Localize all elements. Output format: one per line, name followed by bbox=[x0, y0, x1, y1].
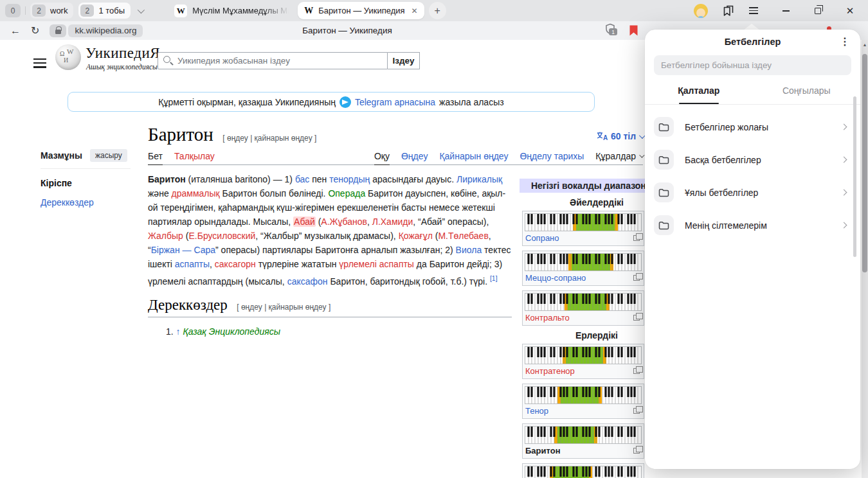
enlarge-icon[interactable] bbox=[633, 275, 640, 281]
wiki-redlink[interactable]: М.Төлебаев bbox=[438, 231, 488, 241]
bookmark-folder-row[interactable]: Менің сілтемелерім bbox=[645, 209, 860, 242]
profile-avatar[interactable] bbox=[694, 4, 708, 18]
enlarge-icon[interactable] bbox=[633, 448, 640, 454]
telegram-link[interactable]: Telegram арнасына bbox=[355, 97, 435, 107]
wiki-redlink[interactable]: Е.Брусиловский bbox=[188, 231, 255, 241]
reference-source-link[interactable]: Қазақ Энциклопедиясы bbox=[183, 326, 280, 337]
piano-range-image[interactable] bbox=[525, 426, 642, 444]
shield-badge: 1 bbox=[609, 28, 617, 35]
piano-range-image[interactable] bbox=[525, 466, 642, 478]
wiki-link[interactable]: аспапты bbox=[175, 259, 210, 269]
piano-range-image[interactable] bbox=[525, 253, 642, 271]
wiki-redlink[interactable]: саксагорн bbox=[215, 259, 256, 269]
vocal-range-thumbnail: Контратенор bbox=[522, 344, 644, 379]
new-tab-button[interactable]: + bbox=[429, 2, 446, 19]
wiki-search-button[interactable]: Іздеу bbox=[388, 52, 420, 69]
wiki-link[interactable]: Лирикалық bbox=[457, 174, 502, 184]
tab-group-chevron-button[interactable] bbox=[132, 3, 149, 19]
enlarge-icon[interactable] bbox=[633, 235, 640, 241]
tab-recent[interactable]: Соңғылары bbox=[753, 77, 861, 104]
wiki-redlink[interactable]: Қожағұл bbox=[399, 231, 433, 241]
language-switcher-button[interactable]: A 60 тіл bbox=[597, 131, 644, 141]
piano-range-image[interactable] bbox=[525, 346, 642, 364]
toc-hide-button[interactable]: жасыру bbox=[90, 149, 127, 162]
bookmark-folder-row[interactable]: Ұялы бетбелгілер bbox=[645, 176, 860, 209]
wiki-redlink[interactable]: үрлемелі аспапты bbox=[339, 259, 414, 269]
vocal-range-label[interactable]: Сопрано bbox=[525, 233, 559, 243]
restore-icon bbox=[815, 8, 821, 14]
article-tab[interactable]: Құралдар bbox=[595, 151, 643, 164]
main-menu-button[interactable] bbox=[33, 56, 46, 71]
enlarge-icon[interactable] bbox=[633, 408, 640, 414]
toc-item-intro[interactable]: Кіріспе bbox=[41, 178, 131, 188]
tab-group-current[interactable]: 2 1 тобы bbox=[78, 3, 131, 19]
tab-folders[interactable]: Қалталар bbox=[645, 77, 753, 104]
tab-active[interactable]: W Баритон — Уикипедия ✕ bbox=[298, 2, 424, 19]
scrollbar-thumb[interactable] bbox=[862, 54, 867, 272]
close-window-button[interactable]: ✕ bbox=[841, 2, 859, 20]
minimize-button[interactable] bbox=[777, 2, 795, 20]
scroll-up-arrow[interactable]: ▲ bbox=[862, 42, 868, 47]
chevron-right-icon bbox=[841, 157, 847, 163]
wiki-redlink[interactable]: Жалбыр bbox=[148, 231, 183, 241]
tab-group-zero[interactable]: 0 bbox=[5, 4, 21, 17]
article-tab[interactable]: Өңдеу bbox=[401, 151, 428, 164]
browser-menu-button[interactable] bbox=[745, 2, 763, 20]
references-edit-links[interactable]: [ өңдеу | қайнарын өңдеу ] bbox=[237, 303, 330, 312]
protect-shield-button[interactable]: 1 bbox=[605, 23, 615, 37]
wiki-link[interactable]: Біржан — Сара bbox=[151, 245, 215, 255]
vocal-range-label[interactable]: Контратенор bbox=[525, 366, 575, 376]
article-tab[interactable]: Талқылау bbox=[174, 151, 215, 164]
reference-link[interactable]: [1] bbox=[490, 274, 498, 282]
vocal-range-label[interactable]: Тенор bbox=[525, 406, 548, 416]
wiki-redlink[interactable]: драммалық bbox=[172, 188, 220, 199]
back-button[interactable]: ← bbox=[10, 25, 21, 37]
vocal-range-label[interactable]: Меццо-сопрано bbox=[525, 273, 586, 283]
enlarge-icon[interactable] bbox=[633, 315, 640, 321]
panel-scrollbar-thumb[interactable] bbox=[853, 96, 856, 257]
wikipedia-globe-logo[interactable]: Ω W И bbox=[55, 44, 81, 70]
restore-button[interactable] bbox=[809, 2, 827, 20]
tab-inactive[interactable]: W Мүслім Мұхаммедұлы Ма bbox=[168, 2, 295, 19]
vocal-range-label[interactable]: Контральто bbox=[525, 313, 570, 323]
bookmark-folder-row[interactable]: Басқа бетбелгілер bbox=[645, 143, 860, 176]
wiki-link[interactable]: бас bbox=[295, 174, 309, 184]
bookmarks-search-input[interactable] bbox=[654, 55, 851, 75]
bookmark-page-button[interactable] bbox=[629, 25, 638, 39]
kebab-menu-icon[interactable]: ⋮ bbox=[840, 35, 850, 48]
tab-group-work[interactable]: 2 work bbox=[30, 3, 73, 19]
piano-range-image[interactable] bbox=[525, 293, 642, 311]
bookmark-folder-row[interactable]: Бетбелгілер жолағы bbox=[645, 111, 860, 143]
article-tab[interactable]: Қайнарын өңдеу bbox=[439, 151, 508, 164]
title-edit-links[interactable]: [ өңдеу | қайнарын өңдеу ] bbox=[222, 134, 316, 143]
panel-tabs: Қалталар Соңғылары bbox=[645, 77, 860, 105]
highlighted-link[interactable]: Абай bbox=[293, 217, 316, 227]
vocal-range-label: Баритон bbox=[525, 446, 561, 456]
page-scrollbar[interactable]: ▲ bbox=[862, 40, 868, 478]
enlarge-icon[interactable] bbox=[633, 368, 640, 374]
toc-item-references[interactable]: Дереккөздер bbox=[41, 197, 131, 208]
wiki-link[interactable]: саксафон bbox=[287, 276, 328, 287]
sitenotice-banner: Құрметті оқырман, қазақша Уикипедияның T… bbox=[68, 92, 595, 112]
folder-icon bbox=[654, 117, 674, 137]
wiki-redlink[interactable]: А.Жұбанов bbox=[321, 217, 367, 227]
wiki-link[interactable]: Виола bbox=[456, 245, 482, 255]
piano-range-image[interactable] bbox=[525, 213, 642, 231]
bookmarks-panel-button[interactable] bbox=[719, 2, 737, 20]
wiki-interwiki-link[interactable]: Операда bbox=[328, 188, 365, 199]
wikipedia-wordmark[interactable]: УикипедиЯ bbox=[86, 45, 160, 62]
wiki-search-input[interactable] bbox=[158, 52, 388, 69]
address-domain[interactable]: kk.wikipedia.org bbox=[68, 24, 143, 37]
article-tab[interactable]: Оқу bbox=[374, 151, 390, 164]
backref-arrow-link[interactable]: ↑ bbox=[176, 326, 183, 337]
wiki-link[interactable]: тенордың bbox=[329, 174, 370, 184]
tab-group-label: 1 тобы bbox=[98, 6, 125, 15]
wiki-redlink[interactable]: Л.Хамиди bbox=[372, 217, 413, 227]
site-security-button[interactable] bbox=[50, 24, 66, 37]
reload-button[interactable]: ↻ bbox=[31, 24, 39, 37]
article-tab[interactable]: Өңделу тарихы bbox=[520, 151, 584, 164]
close-tab-icon[interactable]: ✕ bbox=[411, 6, 418, 15]
piano-range-image[interactable] bbox=[525, 386, 642, 404]
article-tab[interactable]: Бет bbox=[148, 151, 163, 164]
bookmark-folder-list: Бетбелгілер жолағыБасқа бетбелгілерҰялы … bbox=[645, 105, 860, 242]
